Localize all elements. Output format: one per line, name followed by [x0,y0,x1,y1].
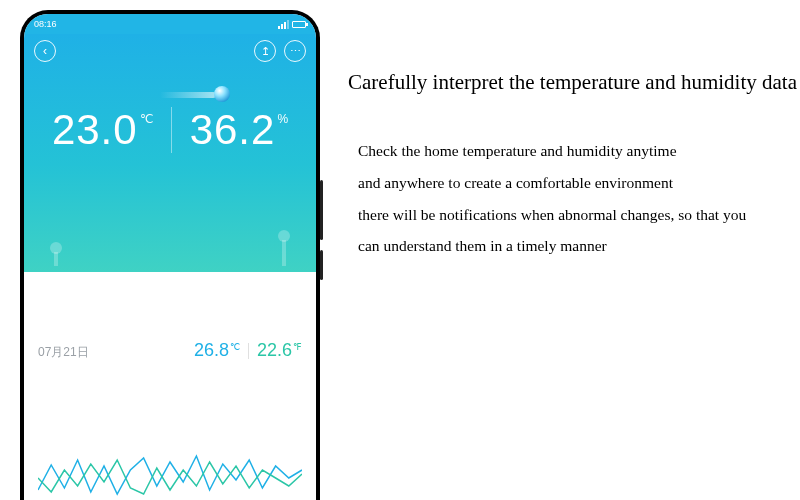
status-time: 08:16 [34,19,57,29]
divider-icon [171,107,172,153]
temperature-unit: ℃ [140,112,153,126]
tree-decoration-icon [54,252,58,266]
signal-icon [278,20,289,29]
sparkline-svg [38,440,302,500]
history-header: 07月21日 26.8 ℃ 22.6 ℉ [38,340,302,361]
battery-icon [292,21,306,28]
mid-strip [24,272,316,332]
history-panel: 07月21日 26.8 ℃ 22.6 ℉ [24,332,316,500]
phone-frame: 08:16 ‹ ↥ ⋯ [20,10,320,500]
history-date: 07月21日 [38,344,89,361]
status-icons [278,20,306,29]
history-temp-value: 26.8 [194,340,229,361]
chevron-left-icon: ‹ [43,44,47,58]
marketing-copy: Carefully interpret the temperature and … [320,0,800,500]
temperature-value: 23.0 [52,106,138,154]
ellipsis-icon: ⋯ [290,45,301,58]
volume-button-icon [320,180,323,240]
power-button-icon [320,250,323,280]
history-hum-value: 22.6 [257,340,292,361]
history-temp-unit: ℃ [230,342,240,352]
history-hum-unit: ℉ [293,342,302,352]
status-bar: 08:16 [24,14,316,34]
nav-row: ‹ ↥ ⋯ [24,34,316,68]
humidity-unit: % [277,112,288,126]
primary-readings: 23.0 ℃ 36.2 % [24,106,316,154]
comet-decoration-icon [160,92,230,98]
share-icon: ↥ [261,45,270,58]
body-line: Check the home temperature and humidity … [358,135,797,167]
hero-panel: ‹ ↥ ⋯ 23.0 ℃ [24,34,316,272]
phone-mockup: 08:16 ‹ ↥ ⋯ [0,0,320,500]
more-button[interactable]: ⋯ [284,40,306,62]
history-hum: 22.6 ℉ [257,340,302,361]
share-button[interactable]: ↥ [254,40,276,62]
history-temp: 26.8 ℃ [194,340,240,361]
body-line: can understand them in a timely manner [358,230,797,262]
body-text: Check the home temperature and humidity … [348,135,797,262]
tree-decoration-icon [282,240,286,266]
humidity-reading: 36.2 % [190,106,288,154]
divider-icon [248,343,249,359]
body-line: and anywhere to create a comfortable env… [358,167,797,199]
humidity-value: 36.2 [190,106,276,154]
temperature-reading: 23.0 ℃ [52,106,153,154]
history-sparkline [38,365,302,500]
stage: 08:16 ‹ ↥ ⋯ [0,0,800,500]
body-line: there will be notifications when abnorma… [358,199,797,231]
phone-screen: 08:16 ‹ ↥ ⋯ [24,14,316,500]
headline: Carefully interpret the temperature and … [348,70,797,95]
back-button[interactable]: ‹ [34,40,56,62]
